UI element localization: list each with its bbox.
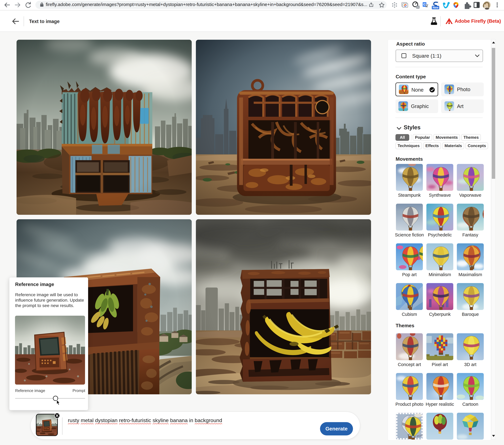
svg-text:New: New xyxy=(432,6,438,9)
